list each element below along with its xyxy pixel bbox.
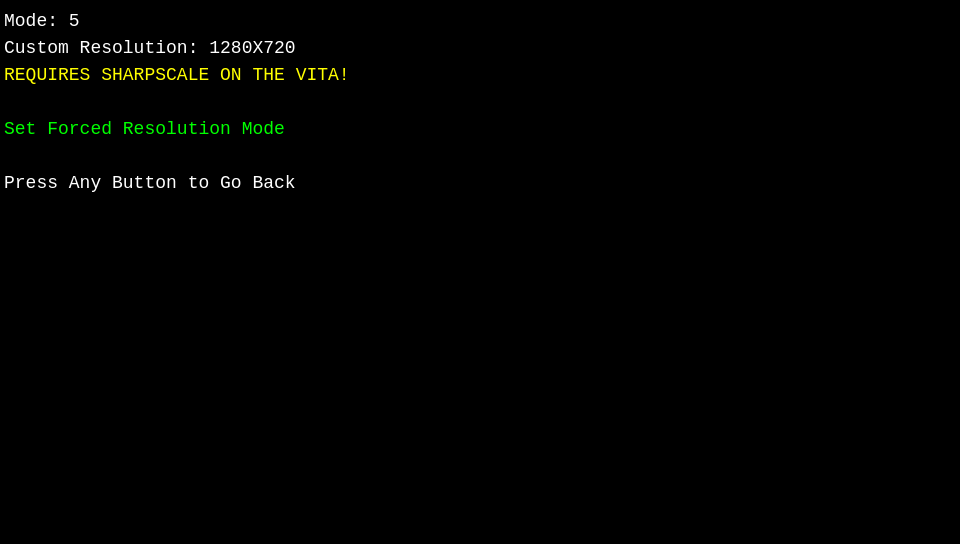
main-screen: Mode: 5 Custom Resolution: 1280X720 REQU… — [0, 0, 960, 544]
requires-line: REQUIRES SHARPSCALE ON THE VITA! — [4, 62, 956, 89]
set-forced-line: Set Forced Resolution Mode — [4, 116, 956, 143]
resolution-line: Custom Resolution: 1280X720 — [4, 35, 956, 62]
blank-line-2 — [4, 143, 956, 170]
press-button-line: Press Any Button to Go Back — [4, 170, 956, 197]
blank-line-1 — [4, 89, 956, 116]
mode-line: Mode: 5 — [4, 8, 956, 35]
